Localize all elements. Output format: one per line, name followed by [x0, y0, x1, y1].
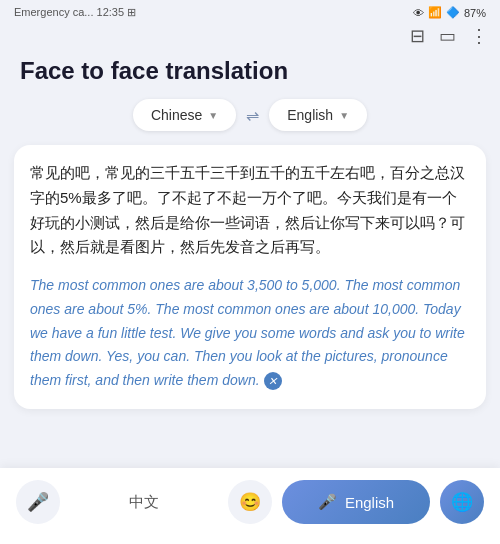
speak-mic-icon: 🎤: [318, 493, 337, 511]
status-bar: Emergency ca... 12:35 ⊞ 👁 📶 🔷 87%: [0, 0, 500, 23]
signal-icon: 📶: [428, 6, 442, 19]
eye-icon: 👁: [413, 7, 424, 19]
speak-english-button[interactable]: 🎤 English: [282, 480, 430, 524]
bluetooth-icon: 🔷: [446, 6, 460, 19]
microphone-button[interactable]: 🎤: [16, 480, 60, 524]
columns-icon[interactable]: ⊟: [410, 25, 425, 47]
target-language-button[interactable]: English ▼: [269, 99, 367, 131]
globe-button[interactable]: 🌐: [440, 480, 484, 524]
swap-icon[interactable]: ⇌: [246, 106, 259, 125]
bottom-bar: 🎤 中文 😊 🎤 English 🌐: [0, 468, 500, 544]
source-lang-label: Chinese: [151, 107, 202, 123]
battery-percent: 87%: [464, 7, 486, 19]
microphone-icon: 🎤: [27, 491, 49, 513]
emoji-button[interactable]: 😊: [228, 480, 272, 524]
source-language-button[interactable]: Chinese ▼: [133, 99, 236, 131]
speak-label: English: [345, 494, 394, 511]
translated-content: The most common ones are about 3,500 to …: [30, 277, 465, 388]
source-lang-arrow: ▼: [208, 110, 218, 121]
globe-icon: 🌐: [451, 491, 473, 513]
close-translation-button[interactable]: ✕: [264, 372, 282, 390]
emoji-icon: 😊: [239, 491, 261, 513]
status-left: Emergency ca... 12:35 ⊞: [14, 6, 136, 19]
more-icon[interactable]: ⋮: [470, 25, 488, 47]
translation-card: 常见的吧，常见的三千五千三千到五千的五千左右吧，百分之总汉字的5%最多了吧。了不…: [14, 145, 486, 409]
top-toolbar: ⊟ ▭ ⋮: [0, 23, 500, 53]
tablet-icon[interactable]: ▭: [439, 25, 456, 47]
chinese-label: 中文: [70, 493, 218, 512]
status-right: 👁 📶 🔷 87%: [413, 6, 486, 19]
page-title: Face to face translation: [0, 53, 500, 99]
target-lang-label: English: [287, 107, 333, 123]
source-text: 常见的吧，常见的三千五千三千到五千的五千左右吧，百分之总汉字的5%最多了吧。了不…: [30, 161, 470, 260]
target-lang-arrow: ▼: [339, 110, 349, 121]
translated-text: The most common ones are about 3,500 to …: [30, 274, 470, 393]
language-selector: Chinese ▼ ⇌ English ▼: [0, 99, 500, 145]
